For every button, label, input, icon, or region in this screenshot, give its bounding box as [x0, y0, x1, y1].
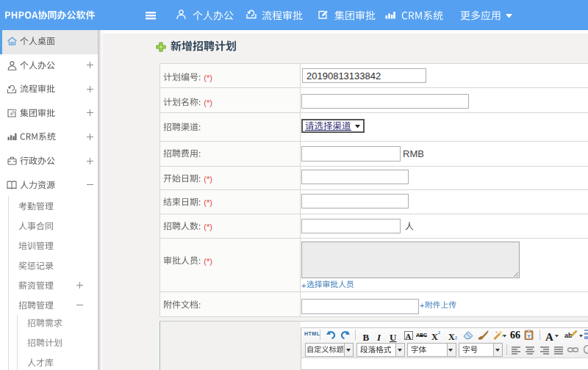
svg-text:T: T	[527, 333, 531, 339]
